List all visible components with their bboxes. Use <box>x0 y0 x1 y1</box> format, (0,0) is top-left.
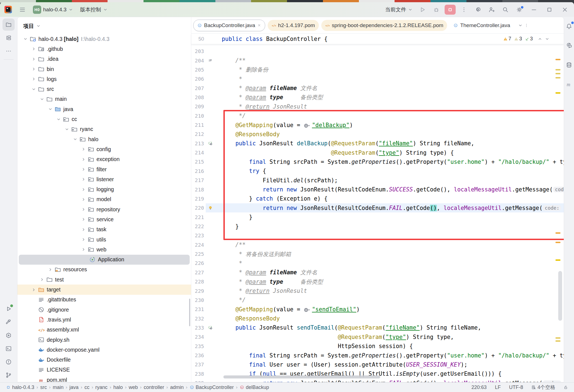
project-widget[interactable]: H0 halo-0.4.3 <box>33 6 73 14</box>
search-button[interactable] <box>500 5 511 15</box>
code-line-236[interactable]: 236 final String srcPath = System.getPro… <box>191 351 564 360</box>
code-line-224[interactable]: 224 /** <box>191 240 564 249</box>
line-number[interactable]: 218 <box>191 187 206 193</box>
breadcrumb-item-delBackup[interactable]: mdelBackup <box>240 385 269 390</box>
code-line-223[interactable]: 223 <box>191 231 564 240</box>
line-number[interactable]: 222 <box>191 223 206 229</box>
line-number[interactable]: 226 <box>191 260 206 266</box>
play-button[interactable] <box>417 5 428 15</box>
settings-button[interactable] <box>514 5 525 15</box>
code-line-207[interactable]: 207 * @param fileName 文件名 <box>191 83 564 93</box>
ok-badge[interactable]: 3 <box>525 36 533 42</box>
status-item-UTF8[interactable]: UTF-8 <box>509 385 523 390</box>
code-line-209[interactable]: 209 * @return JsonResult <box>191 102 564 111</box>
code-line-220[interactable]: 220 return new JsonResult(ResultCodeEnum… <box>191 203 564 212</box>
main-menu-button[interactable] <box>19 6 26 13</box>
tree-item-ryanc[interactable]: ryanc <box>17 124 191 134</box>
tab-options-button[interactable] <box>524 23 529 28</box>
editor-vertical-scrollbar[interactable] <box>558 271 562 321</box>
breadcrumb-item-BackupController[interactable]: CBackupController <box>190 385 234 390</box>
line-number[interactable]: 214 <box>191 150 206 156</box>
tree-item-target[interactable]: target <box>17 285 191 294</box>
line-number[interactable]: 233 <box>191 325 206 331</box>
code-line-239[interactable]: 239 return new JsonResult(ResultCodeEnum… <box>191 378 564 382</box>
code-line-218[interactable]: 218 return new JsonResult(ResultCodeEnum… <box>191 185 564 194</box>
code-line-234[interactable]: 234 @RequestParam("type") String type, <box>191 332 564 341</box>
maximize-button[interactable] <box>543 4 556 15</box>
line-number[interactable]: 227 <box>191 270 206 275</box>
code-line-216[interactable]: 216 try { <box>191 167 564 176</box>
code-line-233[interactable]: 233 public JsonResult sendToEmail(@Reque… <box>191 323 564 332</box>
tree-item-test[interactable]: test <box>17 275 191 285</box>
tree-item-utils[interactable]: utils <box>17 235 191 244</box>
code-line-221[interactable]: 221 } <box>191 212 564 222</box>
line-number[interactable]: 211 <box>191 122 206 128</box>
code-line-215[interactable]: 215 final String srcPath = System.getPro… <box>191 157 564 166</box>
minimize-button[interactable] <box>528 4 540 15</box>
line-number[interactable]: 215 <box>191 159 206 165</box>
run-configuration-selector[interactable]: 当前文件 <box>385 6 413 13</box>
run-tool-button[interactable] <box>2 303 15 315</box>
ai-at-button[interactable] <box>472 5 483 15</box>
tree-item-service[interactable]: service <box>17 214 191 224</box>
tab-spring-boot-dependencies-2.1.2.RELEASE.pom[interactable]: </>spring-boot-dependencies-2.1.2.RELEAS… <box>321 20 447 31</box>
structure-tool-button[interactable] <box>2 32 15 44</box>
line-number[interactable]: 234 <box>191 334 206 340</box>
tree-item-.travis.yml[interactable]: Y.travis.yml <box>17 315 191 325</box>
line-number[interactable]: 229 <box>191 288 206 294</box>
tree-item-.gitattributes[interactable]: .gitattributes <box>17 295 191 305</box>
line-number[interactable]: 207 <box>191 85 206 91</box>
tree-item-.github[interactable]: .github <box>17 44 191 54</box>
breadcrumb-item-admin[interactable]: admin <box>170 385 184 390</box>
tree-item-model[interactable]: model <box>17 194 191 204</box>
code-line-230[interactable]: 230 */ <box>191 296 564 305</box>
tree-item-exception[interactable]: exception <box>17 154 191 164</box>
code-line-227[interactable]: 227 * @param fileName 文件名 <box>191 268 564 277</box>
debug-button[interactable] <box>431 5 442 15</box>
line-number[interactable]: 228 <box>191 279 206 285</box>
bell-tool-button[interactable] <box>563 20 574 32</box>
code-line-231[interactable]: 231 @GetMapping(value = "sendToEmail") <box>191 305 564 314</box>
code-line-205[interactable]: 205 * 删除备份 <box>191 65 564 74</box>
tree-item-.gitignore[interactable]: .gitignore <box>17 305 191 315</box>
code-line-214[interactable]: 214 @RequestParam("type") String type) { <box>191 148 564 157</box>
code-line-229[interactable]: 229 * @return JsonResult <box>191 286 564 295</box>
code-line-204[interactable]: 204 /** <box>191 56 564 65</box>
services-tool-button[interactable] <box>2 329 15 341</box>
line-number[interactable]: 210 <box>191 113 206 119</box>
status-item-4[interactable]: 4个空格 <box>531 384 555 391</box>
ai-chat-tool-button[interactable] <box>563 40 574 52</box>
code-line-212[interactable]: 212 @ResponseBody <box>191 130 564 139</box>
sticky-line[interactable]: 50 public class BackupController { 733 <box>191 34 564 44</box>
code-line-210[interactable]: 210 */ <box>191 111 564 120</box>
kebab-button[interactable] <box>458 5 469 15</box>
line-number[interactable]: 236 <box>191 352 206 358</box>
tree-item-java[interactable]: java <box>17 104 191 114</box>
line-number[interactable]: 203 <box>191 48 206 54</box>
tab-close-button[interactable] <box>257 23 261 27</box>
tree-item-Application[interactable]: Application <box>19 255 190 265</box>
line-number[interactable]: 232 <box>191 316 206 322</box>
code-line-219[interactable]: 219 } catch (Exception e) { <box>191 194 564 203</box>
code-editor[interactable]: 203204 /**205 * 删除备份206 *207 * @param fi… <box>191 44 564 382</box>
stop-button[interactable] <box>445 5 456 15</box>
line-number[interactable]: 212 <box>191 131 206 137</box>
tree-item-bin[interactable]: bin <box>17 64 191 74</box>
vcs-widget[interactable]: 版本控制 <box>80 6 108 13</box>
tree-item-docker-compose.yaml[interactable]: docker-compose.yaml <box>17 345 191 355</box>
breadcrumb-item-halo-0.4.3[interactable]: halo-0.4.3 <box>6 385 34 390</box>
line-number[interactable]: 225 <box>191 251 206 257</box>
tree-item-halo-0.4.3[interactable]: halo-0.4.3[halo]I:\halo-0.4.3 <box>17 34 191 44</box>
tree-item-listener[interactable]: listener <box>17 174 191 184</box>
line-number[interactable]: 205 <box>191 67 206 73</box>
tree-item-halo[interactable]: halo <box>17 134 191 144</box>
breadcrumb-item-controller[interactable]: controller <box>144 385 164 390</box>
code-line-206[interactable]: 206 * <box>191 74 564 83</box>
line-number[interactable]: 224 <box>191 242 206 248</box>
code-line-232[interactable]: 232 @ResponseBody <box>191 314 564 323</box>
code-line-213[interactable]: 213 public JsonResult delBackup(@Request… <box>191 139 564 148</box>
tree-item-cc[interactable]: cc <box>17 114 191 124</box>
editor-horizontal-scrollbar[interactable] <box>223 375 380 378</box>
code-line-226[interactable]: 226 * <box>191 259 564 268</box>
line-number[interactable]: 221 <box>191 214 206 220</box>
